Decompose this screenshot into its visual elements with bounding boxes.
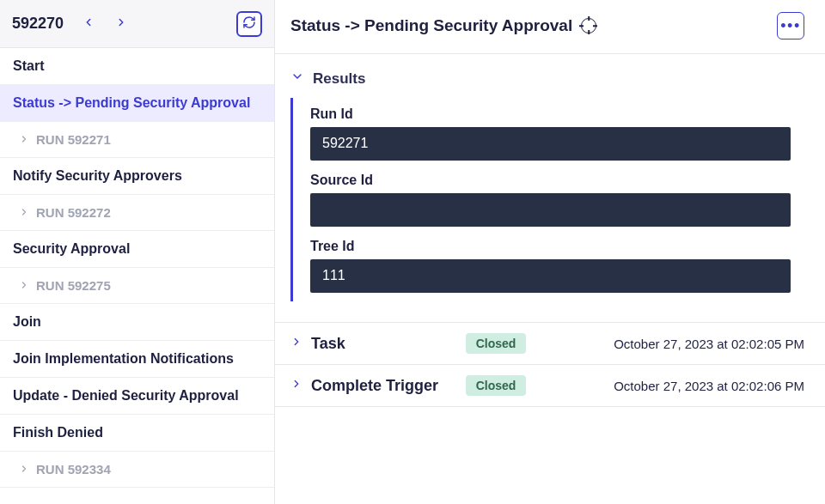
sidebar-list: StartStatus -> Pending Security Approval… xyxy=(0,48,274,504)
sidebar-item-step[interactable]: Finish Denied xyxy=(0,415,274,452)
sidebar-item-label: Join xyxy=(13,314,41,329)
results-section: Results Run Id 592271 Source Id Tree Id … xyxy=(275,54,825,308)
chevron-down-icon xyxy=(290,70,304,88)
sidebar-item-step[interactable]: Security Approval xyxy=(0,231,274,268)
event-label: Task xyxy=(311,335,457,353)
event-timestamp: October 27, 2023 at 02:02:06 PM xyxy=(614,379,804,393)
results-body: Run Id 592271 Source Id Tree Id 111 xyxy=(290,98,806,301)
chevron-right-icon xyxy=(115,16,127,31)
field-tree-id-label: Tree Id xyxy=(310,239,791,254)
results-heading: Results xyxy=(313,70,365,88)
sidebar-item-step[interactable]: Join xyxy=(0,304,274,341)
sidebar-item-label: Status -> Pending Security Approval xyxy=(13,95,250,110)
status-badge: Closed xyxy=(466,333,526,354)
event-row[interactable]: Complete TriggerClosedOctober 27, 2023 a… xyxy=(275,365,825,407)
sidebar-item-step[interactable]: Status -> Pending Security Approval xyxy=(0,85,274,122)
chevron-right-icon xyxy=(290,378,302,393)
next-button[interactable] xyxy=(108,11,134,37)
sidebar-item-label: RUN 592334 xyxy=(36,462,111,477)
field-source-id-value[interactable] xyxy=(310,193,791,227)
target-icon[interactable] xyxy=(581,18,596,33)
sidebar-item-run[interactable]: RUN 592334 xyxy=(0,452,274,488)
sidebar-item-label: Join Implementation Notifications xyxy=(13,351,234,366)
sidebar: 592270 Sta xyxy=(0,0,275,504)
sidebar-item-label: RUN 592271 xyxy=(36,132,111,147)
main-header: Status -> Pending Security Approval ••• xyxy=(275,0,825,54)
sidebar-item-step[interactable]: Join Implementation Notifications xyxy=(0,341,274,378)
nav-arrows xyxy=(76,11,134,37)
results-toggle[interactable]: Results xyxy=(290,70,806,88)
field-run-id: Run Id 592271 xyxy=(310,106,791,161)
field-run-id-value[interactable]: 592271 xyxy=(310,127,791,161)
more-button[interactable]: ••• xyxy=(777,12,804,39)
sidebar-item-label: Security Approval xyxy=(13,241,130,256)
field-run-id-label: Run Id xyxy=(310,106,791,122)
sidebar-item-step[interactable]: Notify Security Approvers xyxy=(0,158,274,195)
sidebar-item-step[interactable]: Start xyxy=(0,48,274,85)
main-panel: Status -> Pending Security Approval ••• … xyxy=(275,0,825,504)
refresh-button[interactable] xyxy=(236,11,262,37)
field-source-id: Source Id xyxy=(310,173,791,227)
chevron-right-icon xyxy=(19,278,29,293)
field-tree-id: Tree Id 111 xyxy=(310,239,791,293)
status-badge: Closed xyxy=(466,375,526,396)
run-id-title: 592270 xyxy=(12,15,64,33)
sidebar-item-run[interactable]: RUN 592275 xyxy=(0,268,274,304)
sidebar-item-run[interactable]: RUN 592272 xyxy=(0,195,274,231)
sidebar-header: 592270 xyxy=(0,0,274,48)
chevron-left-icon xyxy=(82,16,95,31)
sidebar-item-label: Finish Denied xyxy=(13,425,103,440)
sidebar-item-label: RUN 592272 xyxy=(36,205,111,220)
prev-button[interactable] xyxy=(76,11,101,37)
field-tree-id-value[interactable]: 111 xyxy=(310,259,791,293)
sidebar-item-run[interactable]: RUN 592271 xyxy=(0,122,274,158)
event-row[interactable]: TaskClosedOctober 27, 2023 at 02:02:05 P… xyxy=(275,323,825,365)
event-label: Complete Trigger xyxy=(311,377,457,395)
sidebar-item-label: Update - Denied Security Approval xyxy=(13,388,239,403)
field-source-id-label: Source Id xyxy=(310,173,791,188)
sidebar-item-step[interactable]: Update - Denied Security Approval xyxy=(0,378,274,415)
event-timestamp: October 27, 2023 at 02:02:05 PM xyxy=(614,337,804,351)
sidebar-item-label: Start xyxy=(13,58,44,73)
sidebar-item-label: RUN 592275 xyxy=(36,278,111,293)
sidebar-item-label: Notify Security Approvers xyxy=(13,168,182,183)
refresh-icon xyxy=(242,15,256,32)
page-title: Status -> Pending Security Approval xyxy=(290,16,572,35)
chevron-right-icon xyxy=(19,462,29,477)
event-rows: TaskClosedOctober 27, 2023 at 02:02:05 P… xyxy=(275,322,825,407)
chevron-right-icon xyxy=(19,132,29,147)
chevron-right-icon xyxy=(290,336,302,351)
chevron-right-icon xyxy=(19,205,29,220)
